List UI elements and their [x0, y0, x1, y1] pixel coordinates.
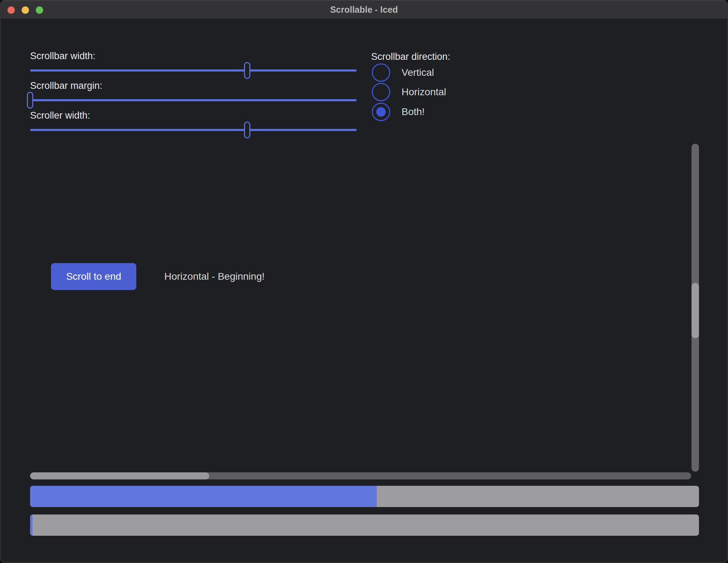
horizontal-progress-bar: [30, 514, 699, 536]
progress-fill: [30, 514, 33, 536]
radio-label: Both!: [402, 106, 425, 118]
window-title: Scrollable - Iced: [1, 0, 727, 19]
scrollbar-direction-label: Scrollbar direction:: [371, 50, 450, 63]
app-window: Scrollable - Iced Scrollbar width: Scrol…: [0, 0, 728, 563]
scrollbar-width-label: Scrollbar width:: [30, 50, 96, 62]
vertical-progress-bar: [30, 486, 699, 507]
horizontal-scrollbar-thumb[interactable]: [30, 472, 209, 479]
title-bar: Scrollable - Iced: [1, 0, 727, 19]
scroller-width-label: Scroller width:: [30, 109, 90, 122]
scrollbar-margin-label: Scrollbar margin:: [30, 79, 102, 92]
scroll-status-text: Horizontal - Beginning!: [164, 270, 265, 283]
scrollbar-width-slider[interactable]: [30, 69, 357, 72]
scroll-to-end-button[interactable]: Scroll to end: [51, 263, 136, 290]
radio-label: Horizontal: [402, 86, 446, 98]
radio-circle[interactable]: [372, 83, 390, 101]
scrollbar-margin-slider[interactable]: [30, 99, 357, 101]
vertical-scrollbar[interactable]: [692, 144, 699, 472]
radio-circle[interactable]: [372, 63, 390, 82]
radio-circle[interactable]: [372, 103, 390, 121]
slider-handle[interactable]: [244, 121, 250, 138]
scroller-width-slider[interactable]: [30, 129, 357, 131]
horizontal-scrollbar[interactable]: [30, 472, 691, 479]
radio-label: Vertical: [402, 67, 434, 78]
progress-fill: [30, 486, 377, 507]
slider-handle[interactable]: [244, 62, 250, 79]
slider-handle[interactable]: [27, 92, 33, 109]
vertical-scrollbar-thumb[interactable]: [692, 283, 699, 338]
